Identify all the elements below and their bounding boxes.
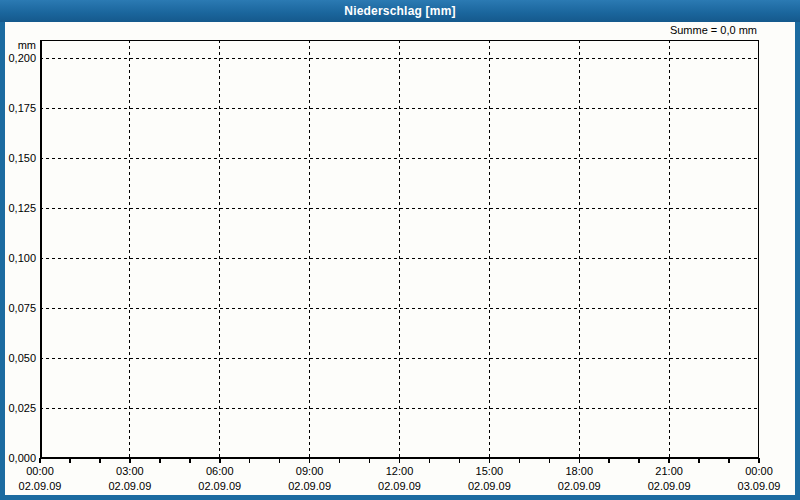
x-date-label: 02.09.09 bbox=[378, 480, 421, 492]
chart-content-area: 0,2000,1750,1500,1250,1000,0750,0500,025… bbox=[0, 22, 800, 500]
x-date-label: 02.09.09 bbox=[198, 480, 241, 492]
x-time-label: 21:00 bbox=[655, 465, 683, 477]
x-time-label: 09:00 bbox=[296, 465, 324, 477]
y-tick-label: 0,200 bbox=[8, 52, 36, 64]
x-date-label: 02.09.09 bbox=[19, 480, 62, 492]
sum-annotation: Summe = 0,0 mm bbox=[670, 24, 757, 36]
page-title: Niederschlag [mm] bbox=[344, 4, 455, 18]
y-axis-unit-label: mm bbox=[18, 39, 36, 51]
x-date-label: 02.09.09 bbox=[468, 480, 511, 492]
y-tick-label: 0,025 bbox=[8, 402, 36, 414]
x-time-label: 06:00 bbox=[206, 465, 234, 477]
axis-labels: 0,2000,1750,1500,1250,1000,0750,0500,025… bbox=[8, 52, 780, 492]
x-date-label: 02.09.09 bbox=[648, 480, 691, 492]
x-date-label: 02.09.09 bbox=[558, 480, 601, 492]
x-date-label: 02.09.09 bbox=[288, 480, 331, 492]
chart-title-bar: Niederschlag [mm] bbox=[0, 0, 800, 22]
x-time-label: 03:00 bbox=[116, 465, 144, 477]
y-tick-label: 0,125 bbox=[8, 202, 36, 214]
y-tick-label: 0,075 bbox=[8, 302, 36, 314]
y-tick-label: 0,100 bbox=[8, 252, 36, 264]
x-date-label: 03.09.09 bbox=[738, 480, 781, 492]
axis-ticks bbox=[40, 458, 759, 463]
x-time-label: 12:00 bbox=[386, 465, 414, 477]
y-tick-label: 0,175 bbox=[8, 102, 36, 114]
precipitation-chart: 0,2000,1750,1500,1250,1000,0750,0500,025… bbox=[5, 22, 795, 495]
x-time-label: 00:00 bbox=[26, 465, 54, 477]
y-tick-label: 0,150 bbox=[8, 152, 36, 164]
chart-window: Niederschlag [mm] 0,2000,1750,1500,1250,… bbox=[0, 0, 800, 500]
grid-lines bbox=[40, 40, 759, 458]
y-tick-label: 0,050 bbox=[8, 352, 36, 364]
y-tick-label: 0,000 bbox=[8, 452, 36, 464]
x-time-label: 18:00 bbox=[565, 465, 593, 477]
x-time-label: 00:00 bbox=[745, 465, 773, 477]
x-date-label: 02.09.09 bbox=[108, 480, 151, 492]
x-time-label: 15:00 bbox=[476, 465, 504, 477]
